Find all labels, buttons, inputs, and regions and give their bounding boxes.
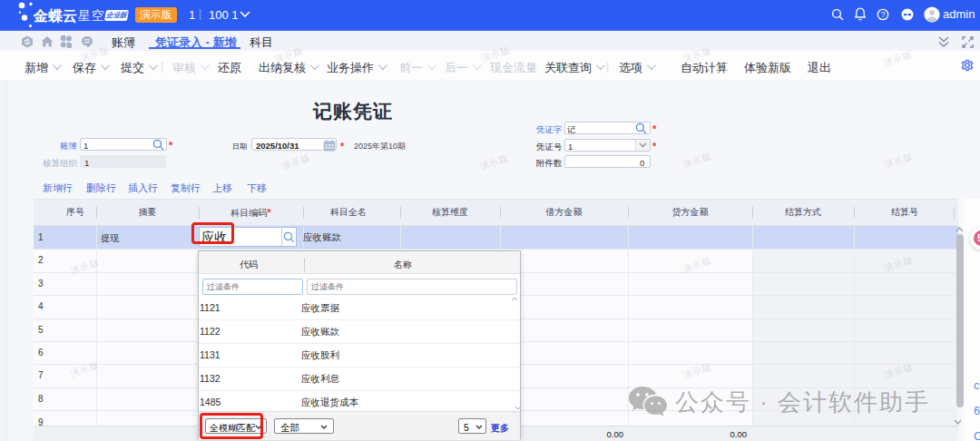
svg-text:?: ?	[881, 10, 886, 19]
